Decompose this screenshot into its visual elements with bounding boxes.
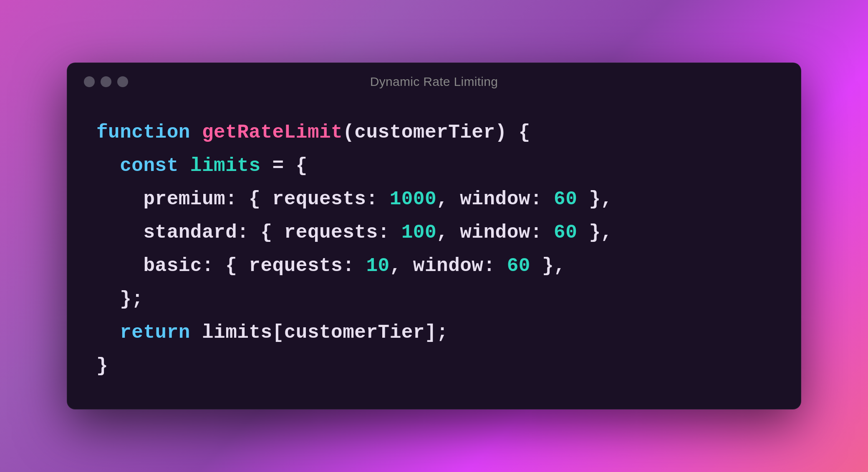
code-area: function getRateLimit(customerTier) { co… bbox=[67, 100, 801, 409]
minimize-button[interactable] bbox=[101, 76, 111, 87]
window-title: Dynamic Rate Limiting bbox=[370, 75, 498, 89]
num-60-b: 60 bbox=[554, 222, 577, 244]
code-line-6: }; bbox=[96, 284, 772, 316]
code-line-5: basic: { requests: 10, window: 60 }, bbox=[96, 251, 772, 282]
traffic-lights bbox=[84, 76, 128, 87]
keyword-const: const bbox=[120, 155, 179, 177]
code-line-1: function getRateLimit(customerTier) { bbox=[96, 117, 772, 149]
code-window: Dynamic Rate Limiting function getRateLi… bbox=[67, 63, 801, 409]
code-line-8: } bbox=[96, 351, 772, 382]
code-line-7: return limits[customerTier]; bbox=[96, 317, 772, 349]
num-60-a: 60 bbox=[554, 188, 577, 210]
num-1000: 1000 bbox=[390, 188, 437, 210]
num-60-c: 60 bbox=[507, 255, 530, 277]
num-100: 100 bbox=[401, 222, 437, 244]
var-limits: limits bbox=[190, 155, 261, 177]
keyword-return: return bbox=[120, 322, 190, 344]
close-button[interactable] bbox=[84, 76, 95, 87]
num-10: 10 bbox=[366, 255, 389, 277]
code-line-3: premium: { requests: 1000, window: 60 }, bbox=[96, 184, 772, 216]
maximize-button[interactable] bbox=[117, 76, 128, 87]
titlebar: Dynamic Rate Limiting bbox=[67, 63, 801, 100]
keyword-function: function bbox=[96, 122, 190, 143]
code-line-2: const limits = { bbox=[96, 151, 772, 182]
code-line-4: standard: { requests: 100, window: 60 }, bbox=[96, 217, 772, 249]
function-name: getRateLimit bbox=[202, 122, 343, 143]
